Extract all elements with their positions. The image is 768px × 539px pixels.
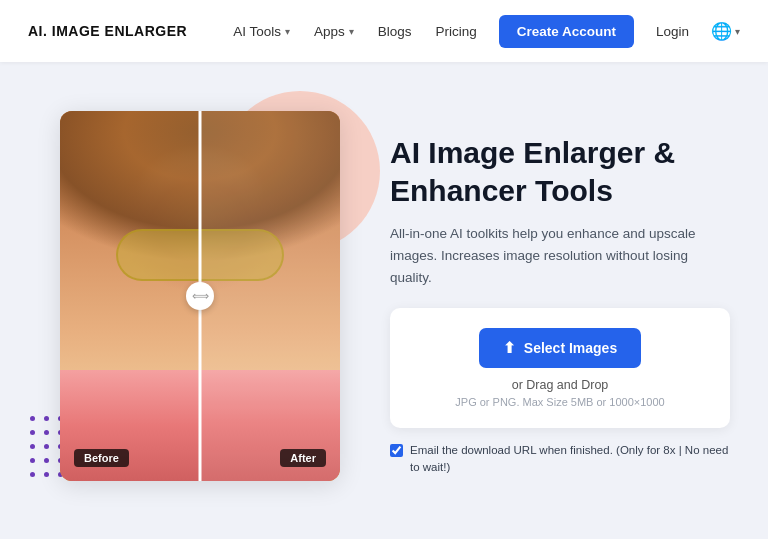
after-overlay [200,111,340,481]
upload-icon: ⬆ [503,339,516,357]
file-info-text: JPG or PNG. Max Size 5MB or 1000×1000 [414,396,706,408]
email-checkbox[interactable] [390,444,403,457]
language-selector[interactable]: 🌐 ▾ [711,21,740,42]
nav-right: Create Account Login 🌐 ▾ [499,15,740,48]
before-label: Before [74,449,129,467]
image-comparison-section: ⟺ Before After [50,111,350,501]
nav-item-pricing[interactable]: Pricing [425,18,486,45]
upload-card: ⬆ Select Images or Drag and Drop JPG or … [390,308,730,428]
select-images-button[interactable]: ⬆ Select Images [479,328,641,368]
after-label: After [280,449,326,467]
chevron-down-icon: ▾ [349,26,354,37]
chevron-down-icon: ▾ [735,26,740,37]
comparison-frame: ⟺ Before After [60,111,340,481]
nav-item-aitools[interactable]: AI Tools ▾ [223,18,300,45]
login-button[interactable]: Login [644,15,701,48]
nav-item-blogs[interactable]: Blogs [368,18,422,45]
text-section: AI Image Enlarger &Enhancer Tools All-in… [390,134,732,476]
email-label-text: Email the download URL when finished. (O… [410,442,730,477]
nav-item-apps[interactable]: Apps ▾ [304,18,364,45]
hero-description: All-in-one AI toolkits help you enhance … [390,223,710,288]
globe-icon: 🌐 [711,21,732,42]
image-background: ⟺ [60,111,340,481]
nav-links: AI Tools ▾ Apps ▾ Blogs Pricing [223,18,499,45]
chevron-down-icon: ▾ [285,26,290,37]
hero-title: AI Image Enlarger &Enhancer Tools [390,134,732,209]
email-notification-row: Email the download URL when finished. (O… [390,442,730,477]
navbar: AI. IMAGE ENLARGER AI Tools ▾ Apps ▾ Blo… [0,0,768,62]
drag-drop-text: or Drag and Drop [414,378,706,392]
site-logo: AI. IMAGE ENLARGER [28,23,187,39]
create-account-button[interactable]: Create Account [499,15,634,48]
main-content: ⟺ Before After AI Image Enlarger &Enhanc… [0,62,768,539]
divider-handle[interactable]: ⟺ [186,282,214,310]
